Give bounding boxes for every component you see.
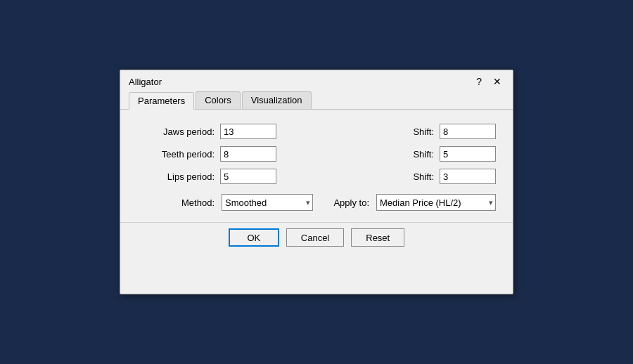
lips-shift-input[interactable] <box>440 169 496 184</box>
jaws-period-input[interactable] <box>220 124 276 139</box>
reset-button[interactable]: Reset <box>351 228 404 247</box>
dialog-content: Jaws period: Shift: Teeth period: Shift:… <box>120 110 513 222</box>
teeth-shift-label: Shift: <box>413 149 434 160</box>
apply-select-wrapper: Close Open High Low Median Price (HL/2) … <box>376 194 496 211</box>
lips-period-input[interactable] <box>220 169 276 184</box>
tab-visualization[interactable]: Visualization <box>242 91 312 109</box>
method-select-wrapper: Simple Exponential Smoothed Linear Weigh… <box>222 194 313 211</box>
cancel-button[interactable]: Cancel <box>286 228 344 247</box>
jaws-period-label: Jaws period: <box>163 126 215 137</box>
method-select[interactable]: Simple Exponential Smoothed Linear Weigh… <box>222 194 313 211</box>
tab-colors[interactable]: Colors <box>196 91 241 109</box>
ok-button[interactable]: OK <box>229 228 279 247</box>
close-icon[interactable]: ✕ <box>490 76 504 87</box>
alligator-dialog: Alligator ? ✕ Parameters Colors Visualiz… <box>120 70 513 294</box>
apply-label: Apply to: <box>333 197 369 208</box>
lips-shift-label: Shift: <box>413 171 434 182</box>
teeth-period-label: Teeth period: <box>162 149 215 160</box>
lips-period-label: Lips period: <box>167 171 215 182</box>
tab-bar: Parameters Colors Visualization <box>120 87 513 110</box>
method-label: Method: <box>181 197 215 208</box>
apply-select[interactable]: Close Open High Low Median Price (HL/2) … <box>376 194 496 211</box>
tab-parameters[interactable]: Parameters <box>129 92 194 110</box>
dialog-title: Alligator <box>129 77 162 87</box>
teeth-shift-input[interactable] <box>440 146 496 162</box>
dialog-footer: OK Cancel Reset <box>120 222 513 258</box>
help-icon[interactable]: ? <box>473 76 485 87</box>
jaws-shift-label: Shift: <box>413 126 434 137</box>
titlebar-controls: ? ✕ <box>473 76 504 87</box>
teeth-period-input[interactable] <box>220 146 276 162</box>
jaws-shift-input[interactable] <box>440 124 496 139</box>
dialog-titlebar: Alligator ? ✕ <box>120 70 513 87</box>
